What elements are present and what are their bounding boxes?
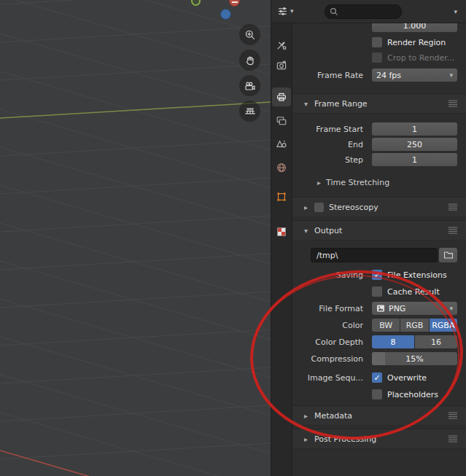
properties-header: ▾ ▾ bbox=[271, 0, 466, 23]
scene-properties-icon bbox=[276, 138, 287, 150]
file-format-row: File Format PNG ▾ bbox=[292, 302, 457, 315]
3d-viewport[interactable] bbox=[0, 0, 271, 476]
chevron-down-icon: ▾ bbox=[303, 100, 309, 108]
tab-render-properties[interactable] bbox=[272, 56, 291, 75]
chevron-down-icon: ▾ bbox=[449, 305, 453, 312]
search-box[interactable] bbox=[325, 4, 402, 19]
pan-button[interactable] bbox=[239, 50, 260, 71]
saving-row: Saving ✓ File Extensions bbox=[292, 268, 457, 281]
depth-16-button[interactable]: 16 bbox=[415, 335, 457, 348]
panel-header-stereoscopy[interactable]: ▸ ✓ Stereoscopy bbox=[292, 197, 466, 217]
color-depth-segment: 8 16 bbox=[372, 335, 457, 348]
overwrite-checkbox[interactable]: ✓ bbox=[372, 372, 382, 383]
frame-range-title: Frame Range bbox=[314, 99, 368, 109]
zoom-in-icon bbox=[244, 29, 256, 41]
file-browse-button[interactable] bbox=[439, 248, 457, 262]
render-region-checkbox[interactable]: ✓ bbox=[372, 37, 382, 47]
time-stretching-title: Time Stretching bbox=[326, 178, 389, 187]
crop-checkbox: ✓ bbox=[372, 52, 382, 63]
view-layer-icon bbox=[276, 115, 287, 127]
color-bw-button[interactable]: BW bbox=[372, 319, 400, 332]
color-row: Color BW RGB RGBA bbox=[292, 319, 457, 332]
file-extensions-checkbox[interactable]: ✓ bbox=[372, 270, 382, 280]
render-region-label: Render Region bbox=[387, 38, 446, 47]
aspect-field[interactable]: 1.000 bbox=[372, 23, 457, 32]
tab-tool[interactable] bbox=[272, 36, 291, 55]
frame-rate-dropdown[interactable]: 24 fps ▾ bbox=[372, 69, 457, 82]
zoom-button[interactable] bbox=[239, 24, 260, 45]
pan-hand-icon bbox=[244, 55, 256, 66]
color-depth-row: Color Depth 8 16 bbox=[292, 335, 457, 348]
chevron-down-icon: ▾ bbox=[290, 8, 294, 15]
chevron-down-icon: ▾ bbox=[449, 72, 453, 79]
output-path-row: /tmp\ bbox=[311, 248, 457, 262]
tab-world-properties[interactable] bbox=[272, 158, 291, 177]
drag-grip-icon[interactable] bbox=[448, 412, 457, 419]
world-properties-icon bbox=[276, 162, 287, 173]
frame-rate-row: Frame Rate 24 fps ▾ bbox=[292, 69, 457, 82]
chevron-right-icon: ▸ bbox=[303, 412, 309, 420]
drag-grip-icon[interactable] bbox=[448, 203, 457, 211]
panel-header-post-processing[interactable]: ▸ Post Processing bbox=[292, 429, 466, 449]
saving-label: Saving bbox=[292, 270, 363, 280]
camera-view-button[interactable] bbox=[239, 75, 260, 96]
filter-options-button[interactable]: ▾ bbox=[451, 5, 460, 17]
aspect-row: 1.000 bbox=[292, 23, 457, 32]
chevron-down-icon: ▾ bbox=[303, 227, 309, 235]
compression-slider[interactable]: 15% bbox=[372, 352, 457, 365]
file-format-dropdown[interactable]: PNG ▾ bbox=[372, 302, 457, 315]
compression-row: Compression 15% bbox=[292, 352, 457, 365]
color-rgba-button[interactable]: RGBA bbox=[430, 319, 457, 332]
drag-grip-icon[interactable] bbox=[448, 100, 457, 107]
tab-texture-properties[interactable] bbox=[272, 222, 291, 241]
panel-header-time-stretching[interactable]: ▸ Time Stretching bbox=[292, 176, 466, 188]
grid-projection-icon bbox=[244, 106, 256, 117]
metadata-title: Metadata bbox=[314, 411, 352, 421]
folder-icon bbox=[443, 251, 454, 260]
post-processing-title: Post Processing bbox=[314, 434, 376, 444]
panel-header-metadata[interactable]: ▸ Metadata bbox=[292, 405, 466, 426]
axis-x-red-line bbox=[0, 450, 271, 476]
output-properties-icon bbox=[276, 91, 287, 103]
file-format-value: PNG bbox=[389, 304, 446, 313]
overwrite-row: Image Sequ... ✓ Overwrite bbox=[292, 371, 457, 384]
cache-result-checkbox[interactable]: ✓ bbox=[372, 286, 382, 297]
depth-8-button[interactable]: 8 bbox=[372, 335, 414, 348]
placeholders-checkbox[interactable]: ✓ bbox=[372, 389, 382, 399]
chevron-right-icon: ▸ bbox=[303, 435, 309, 443]
camera-view-icon bbox=[244, 80, 256, 92]
stereoscopy-title: Stereoscopy bbox=[329, 203, 378, 212]
viewport-nav-column bbox=[239, 24, 260, 122]
chevron-right-icon: ▸ bbox=[317, 179, 321, 187]
color-mode-segment: BW RGB RGBA bbox=[372, 319, 457, 332]
object-properties-icon bbox=[276, 191, 287, 203]
gizmo-axis-blue[interactable] bbox=[220, 9, 231, 20]
frame-start-field[interactable]: 1 bbox=[372, 122, 457, 136]
placeholders-row: ✓ Placeholders bbox=[292, 388, 457, 401]
tab-view-layer[interactable] bbox=[272, 112, 291, 130]
editor-type-dropdown[interactable]: ▾ bbox=[276, 4, 295, 18]
panel-header-output[interactable]: ▾ Output bbox=[292, 220, 466, 241]
panel-header-frame-range[interactable]: ▾ Frame Range bbox=[292, 93, 466, 114]
properties-tab-column bbox=[271, 23, 292, 476]
drag-grip-icon[interactable] bbox=[448, 227, 457, 234]
search-input[interactable] bbox=[341, 7, 392, 16]
projection-toggle-button[interactable] bbox=[239, 101, 260, 122]
compression-value: 15% bbox=[372, 352, 457, 365]
compression-label: Compression bbox=[292, 354, 363, 364]
tab-scene-properties[interactable] bbox=[272, 135, 291, 154]
cache-result-row: ✓ Cache Result bbox=[292, 285, 457, 298]
tab-output-properties[interactable] bbox=[272, 87, 291, 106]
chevron-right-icon: ▸ bbox=[303, 203, 309, 211]
file-format-label: File Format bbox=[292, 304, 363, 313]
frame-rate-label: Frame Rate bbox=[292, 71, 363, 80]
frame-step-field[interactable]: 1 bbox=[372, 153, 457, 166]
stereoscopy-checkbox[interactable]: ✓ bbox=[314, 203, 324, 212]
color-rgb-button[interactable]: RGB bbox=[400, 319, 428, 332]
output-path-input[interactable]: /tmp\ bbox=[311, 248, 438, 262]
frame-end-label: End bbox=[292, 140, 363, 149]
tab-object-properties[interactable] bbox=[272, 187, 291, 206]
drag-grip-icon[interactable] bbox=[448, 435, 457, 442]
placeholders-label: Placeholders bbox=[387, 390, 438, 399]
frame-end-field[interactable]: 250 bbox=[372, 138, 457, 151]
